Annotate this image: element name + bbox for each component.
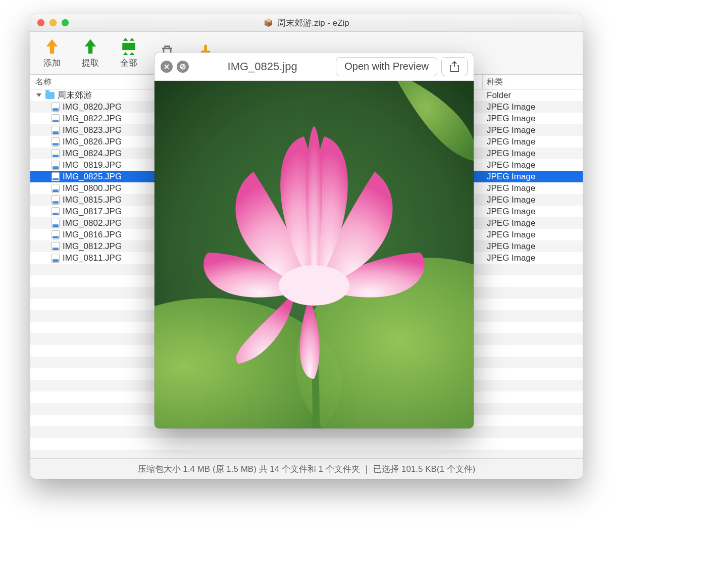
- quicklook-filename: IMG_0825.jpg: [193, 60, 332, 73]
- row-kind: JPEG Image: [483, 137, 583, 147]
- quicklook-header: IMG_0825.jpg Open with Preview: [155, 53, 474, 81]
- toolbar-extract-all-label: 全部: [120, 57, 137, 69]
- titlebar: 📦 周末郊游.zip - eZip: [30, 14, 583, 32]
- row-kind: JPEG Image: [483, 149, 583, 159]
- file-name: IMG_0811.JPG: [63, 253, 122, 263]
- window-title: 📦 周末郊游.zip - eZip: [30, 17, 583, 29]
- image-file-icon: [52, 126, 60, 135]
- row-kind: JPEG Image: [483, 160, 583, 170]
- row-kind: JPEG Image: [483, 241, 583, 252]
- svg-point-6: [279, 265, 349, 306]
- file-name: IMG_0816.JPG: [63, 230, 122, 240]
- folder-icon: [45, 92, 55, 99]
- image-file-icon: [52, 103, 60, 112]
- image-file-icon: [52, 219, 60, 228]
- row-kind: JPEG Image: [483, 102, 583, 112]
- quicklook-close-button[interactable]: [161, 61, 173, 73]
- row-kind: JPEG Image: [483, 114, 583, 124]
- close-window-button[interactable]: [37, 19, 44, 26]
- quicklook-image: [155, 81, 474, 428]
- zoom-window-button[interactable]: [62, 19, 69, 26]
- image-file-icon: [52, 254, 60, 263]
- file-name: IMG_0815.JPG: [63, 195, 122, 205]
- row-kind: JPEG Image: [483, 230, 583, 240]
- row-kind: JPEG Image: [483, 172, 583, 182]
- file-name: IMG_0817.JPG: [63, 207, 122, 217]
- quicklook-panel: IMG_0825.jpg Open with Preview: [155, 53, 474, 428]
- image-file-icon: [52, 242, 60, 251]
- file-name: IMG_0802.JPG: [63, 218, 122, 228]
- image-file-icon: [52, 172, 60, 181]
- file-name: IMG_0819.JPG: [63, 160, 122, 170]
- toolbar-extract[interactable]: 提取: [82, 38, 99, 69]
- svg-rect-1: [204, 45, 207, 51]
- window-controls: [37, 19, 69, 26]
- toolbar-extract-label: 提取: [82, 57, 99, 69]
- row-kind: JPEG Image: [483, 183, 583, 193]
- file-name: IMG_0820.JPG: [63, 102, 122, 112]
- row-kind: JPEG Image: [483, 125, 583, 135]
- empty-row: [30, 438, 583, 450]
- image-file-icon: [52, 137, 60, 146]
- file-name: IMG_0812.JPG: [63, 241, 122, 252]
- file-name: IMG_0822.JPG: [63, 114, 122, 124]
- image-file-icon: [52, 230, 60, 239]
- image-file-icon: [52, 114, 60, 123]
- archive-icon: 📦: [264, 18, 273, 27]
- image-file-icon: [52, 195, 60, 205]
- quicklook-disable-button[interactable]: [177, 61, 189, 73]
- image-file-icon: [52, 149, 60, 158]
- open-with-preview-button[interactable]: Open with Preview: [336, 57, 437, 76]
- toolbar-extract-all[interactable]: 全部: [120, 38, 137, 69]
- row-kind: JPEG Image: [483, 253, 583, 263]
- row-kind: JPEG Image: [483, 195, 583, 205]
- file-name: IMG_0824.JPG: [63, 149, 122, 159]
- file-name: IMG_0826.JPG: [63, 137, 122, 147]
- minimize-window-button[interactable]: [49, 19, 57, 26]
- window-title-text: 周末郊游.zip - eZip: [277, 17, 349, 29]
- folder-name: 周末郊游: [58, 89, 92, 101]
- image-file-icon: [52, 184, 60, 193]
- file-name: IMG_0800.JPG: [63, 183, 122, 193]
- toolbar-add[interactable]: 添加: [43, 38, 61, 69]
- image-file-icon: [52, 161, 60, 170]
- row-kind: Folder: [483, 90, 583, 101]
- status-text: 压缩包大小 1.4 MB (原 1.5 MB) 共 14 个文件和 1 个文件夹…: [138, 463, 476, 475]
- share-button[interactable]: [441, 57, 468, 76]
- disclosure-triangle-icon[interactable]: [36, 93, 41, 97]
- file-name: IMG_0825.JPG: [63, 172, 122, 182]
- svg-rect-0: [122, 42, 135, 50]
- column-header-kind[interactable]: 种类: [483, 75, 583, 89]
- file-name: IMG_0823.JPG: [63, 125, 122, 135]
- image-file-icon: [52, 207, 60, 216]
- row-kind: JPEG Image: [483, 207, 583, 217]
- empty-row: [30, 450, 583, 458]
- status-bar: 压缩包大小 1.4 MB (原 1.5 MB) 共 14 个文件和 1 个文件夹…: [30, 458, 583, 479]
- toolbar-add-label: 添加: [43, 57, 61, 69]
- row-kind: JPEG Image: [483, 218, 583, 228]
